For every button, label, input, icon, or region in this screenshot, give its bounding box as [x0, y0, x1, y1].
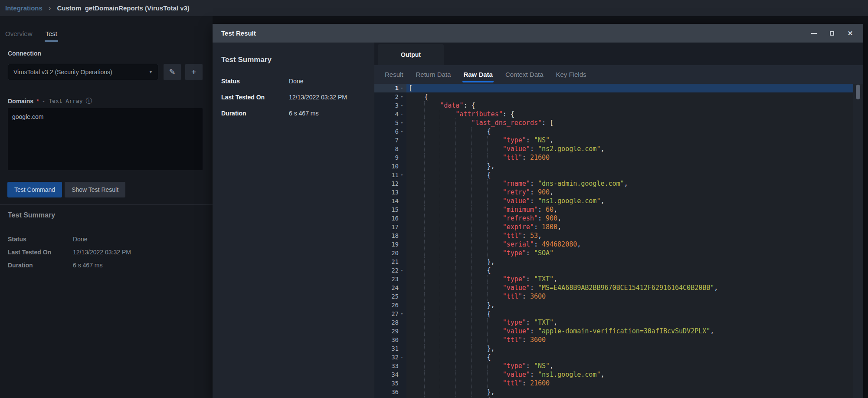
indent-guide	[471, 370, 487, 379]
code-text[interactable]: "type": "TXT",	[406, 275, 853, 283]
modal-test-summary-title: Test Summary	[221, 56, 272, 64]
indent-guide	[424, 127, 440, 136]
fold-caret-icon[interactable]: ▾	[400, 127, 404, 136]
code-text[interactable]: "type": "NS",	[406, 136, 853, 145]
info-icon[interactable]: ⓘ	[86, 97, 92, 105]
code-text[interactable]: {	[406, 127, 853, 136]
code-text[interactable]: "type": "NS",	[406, 362, 853, 370]
line-number: 3	[395, 101, 399, 110]
code-text[interactable]: [	[406, 84, 853, 92]
tab-output[interactable]: Output	[378, 44, 444, 65]
code-text[interactable]: "last_dns_records": [	[406, 118, 853, 127]
indent-guide	[455, 179, 471, 188]
add-connection-button[interactable]: +	[185, 64, 203, 80]
indent-guide	[409, 353, 424, 362]
code-text[interactable]: {	[406, 171, 853, 179]
indent-guide	[424, 110, 440, 118]
indent-guide	[424, 379, 440, 388]
maximize-button[interactable]	[829, 30, 835, 37]
minimize-button[interactable]	[810, 30, 817, 37]
token-p: :	[526, 319, 534, 326]
edit-connection-button[interactable]: ✎	[164, 64, 181, 80]
fold-caret-icon[interactable]: ▾	[400, 110, 404, 118]
code-text[interactable]: "value": "MS=E4A68B9AB2BB9670BCE15412F62…	[406, 283, 853, 292]
indent-guide	[424, 353, 440, 362]
fold-caret-icon[interactable]: ▾	[400, 92, 404, 101]
indent-guide	[424, 336, 440, 344]
line-number: 14	[391, 197, 399, 205]
domains-input[interactable]: google.com	[8, 108, 203, 170]
subtab-label: Raw Data	[463, 71, 493, 78]
subtab-context-data[interactable]: Context Data	[504, 65, 544, 84]
code-text[interactable]: },	[406, 162, 853, 171]
show-test-result-button[interactable]: Show Test Result	[65, 182, 125, 197]
tab-test[interactable]: Test	[45, 29, 59, 42]
scrollbar-thumb[interactable]	[856, 85, 860, 99]
indent-guide	[424, 257, 440, 266]
code-text[interactable]: "serial": 494682080,	[406, 240, 853, 249]
code-line: 8"value": "ns2.google.com",	[374, 145, 853, 153]
indent-guide	[440, 136, 455, 145]
fold-caret-icon[interactable]: ▾	[400, 353, 404, 362]
line-number: 35	[391, 379, 399, 388]
code-text[interactable]: "value": "ns2.google.com",	[406, 145, 853, 153]
indent-guide	[455, 336, 471, 344]
field-type-hint: - Text Array	[42, 98, 83, 104]
indent-guide	[471, 266, 487, 275]
code-text[interactable]: "rname": "dns-admin.google.com",	[406, 179, 853, 188]
code-text[interactable]: },	[406, 388, 853, 396]
code-text[interactable]: "type": "TXT",	[406, 318, 853, 327]
code-text[interactable]: "minimum": 60,	[406, 205, 853, 214]
fold-caret-icon[interactable]: ▾	[400, 101, 404, 110]
code-text[interactable]: "type": "SOA"	[406, 249, 853, 257]
code-text[interactable]: "ttl": 21600	[406, 379, 853, 388]
test-command-button[interactable]: Test Command	[7, 182, 62, 197]
modal-header[interactable]: Test Result ✕	[213, 24, 863, 43]
code-text[interactable]: "expire": 1800,	[406, 223, 853, 231]
code-line: 33"type": "NS",	[374, 362, 853, 370]
code-text[interactable]: "attributes": {	[406, 110, 853, 118]
code-text[interactable]: "refresh": 900,	[406, 214, 853, 223]
close-button[interactable]: ✕	[847, 30, 854, 37]
fold-caret-icon[interactable]: ▾	[400, 266, 404, 275]
indent-guide	[487, 249, 503, 257]
code-text[interactable]: "ttl": 3600	[406, 292, 853, 301]
token-p: ,	[600, 371, 604, 378]
code-text[interactable]: "value": "ns1.google.com",	[406, 197, 853, 205]
connection-select[interactable]: VirusTotal v3 2 (Security Operations) ▼	[8, 64, 158, 80]
token-n: 21600	[530, 154, 550, 161]
code-text[interactable]: {	[406, 309, 853, 318]
fold-caret-icon[interactable]: ▾	[400, 309, 404, 318]
code-text[interactable]: {	[406, 92, 853, 101]
code-text[interactable]: "ttl": 21600	[406, 153, 853, 162]
code-text[interactable]: },	[406, 257, 853, 266]
fold-caret-icon[interactable]: ▾	[400, 84, 404, 92]
indent-guide	[471, 283, 487, 292]
tab-overview[interactable]: Overview	[4, 29, 33, 42]
line-gutter: 14	[374, 197, 406, 205]
subtab-return-data[interactable]: Return Data	[415, 65, 452, 84]
vertical-scrollbar[interactable]	[853, 84, 863, 398]
code-text[interactable]: "data": {	[406, 101, 853, 110]
code-text[interactable]: {	[406, 353, 853, 362]
indent-guide	[440, 318, 455, 327]
fold-caret-icon[interactable]: ▾	[400, 171, 404, 179]
code-text[interactable]: },	[406, 344, 853, 353]
line-number: 33	[391, 362, 399, 370]
subtab-result[interactable]: Result	[384, 65, 404, 84]
code-text[interactable]: {	[406, 266, 853, 275]
line-gutter: 23	[374, 275, 406, 283]
line-gutter: 9	[374, 153, 406, 162]
code-text[interactable]: "value": "ns1.google.com",	[406, 370, 853, 379]
subtab-raw-data[interactable]: Raw Data	[462, 65, 494, 84]
code-text[interactable]: {	[406, 396, 853, 398]
code-text[interactable]: "ttl": 53,	[406, 231, 853, 240]
indent-guide	[424, 292, 440, 301]
code-text[interactable]: },	[406, 301, 853, 309]
code-text[interactable]: "ttl": 3600	[406, 336, 853, 344]
code-text[interactable]: "retry": 900,	[406, 188, 853, 197]
fold-caret-icon[interactable]: ▾	[400, 118, 404, 127]
breadcrumb-integrations-link[interactable]: Integrations	[5, 4, 43, 12]
code-text[interactable]: "value": "apple-domain-verification=30af…	[406, 327, 853, 336]
subtab-key-fields[interactable]: Key Fields	[555, 65, 587, 84]
